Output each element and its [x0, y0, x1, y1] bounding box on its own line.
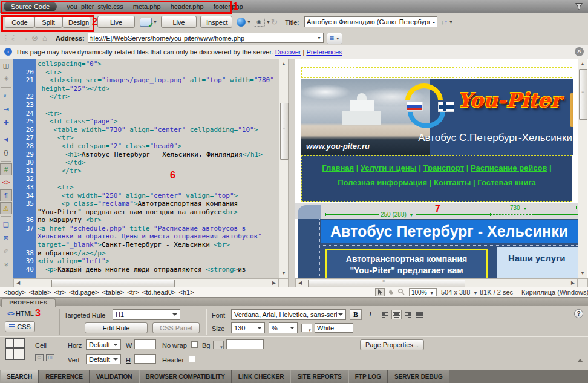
- code-line[interactable]: 37<a href="schedule.php" title="Расписан…: [13, 224, 279, 233]
- check-browser-compatibility-button[interactable]: ✓▼: [140, 16, 157, 27]
- balance-braces-icon[interactable]: {}: [0, 146, 12, 159]
- code-line[interactable]: 32: [13, 175, 279, 183]
- results-tab-reference[interactable]: REFERENCE: [39, 370, 90, 383]
- live-code-button[interactable]: Live Code: [97, 16, 135, 28]
- html-mode-button[interactable]: <> HTML: [7, 310, 34, 317]
- column-width-menu[interactable]: 250 (288) ▼: [379, 211, 416, 218]
- related-file-tab[interactable]: footer.php: [214, 3, 243, 10]
- collapse-selection-icon[interactable]: ⇥: [0, 103, 12, 116]
- code-line[interactable]: 20 <tr>: [13, 68, 279, 77]
- expand-all-icon[interactable]: ✚: [0, 116, 12, 129]
- results-tab-server-debug[interactable]: SERVER DEBUG: [388, 370, 449, 383]
- discover-link[interactable]: Discover: [275, 48, 301, 56]
- code-line[interactable]: 36по маршруту <br>: [13, 216, 279, 224]
- results-tab-site-reports[interactable]: SITE REPORTS: [290, 370, 348, 383]
- design-nav-link[interactable]: Расписание рейсов: [471, 163, 547, 172]
- collapse-full-tag-icon[interactable]: ⇤: [0, 90, 12, 102]
- align-justify-icon[interactable]: [414, 310, 425, 319]
- help-button[interactable]: ?: [574, 309, 583, 318]
- window-size-select[interactable]: 504 x 388 ▼: [441, 289, 477, 296]
- bg-color-input[interactable]: [226, 339, 264, 349]
- width-input[interactable]: [134, 339, 156, 349]
- horz-align-select[interactable]: Default: [86, 339, 121, 350]
- design-hscroll-thumb[interactable]: ≡: [308, 280, 465, 287]
- results-tab-browser-compatibility[interactable]: BROWSER COMPATIBILITY: [139, 370, 232, 383]
- no-wrap-checkbox[interactable]: [191, 341, 198, 348]
- design-vertical-scrollbar[interactable]: ▲ ≡ ▼: [578, 59, 587, 278]
- design-vscroll-thumb[interactable]: ≡: [579, 69, 587, 120]
- format-source-code-icon[interactable]: ✐: [0, 245, 12, 258]
- collapse-toolbar-chevron-icon[interactable]: »: [0, 259, 13, 271]
- code-line[interactable]: Хельсинки и обратно. Цены и места отправ…: [13, 232, 279, 241]
- tag-selector-item[interactable]: <tr>: [54, 289, 66, 296]
- tag-selector-item[interactable]: <td.page>: [69, 289, 99, 296]
- home-icon[interactable]: ⌂: [42, 33, 47, 42]
- design-view-button[interactable]: Design: [62, 16, 90, 28]
- design-nav-link[interactable]: Контакты: [434, 178, 471, 187]
- magnification-select[interactable]: 100% ▼: [409, 288, 437, 296]
- code-line[interactable]: 28 <td colspan="2" class="head0">: [13, 142, 279, 151]
- results-tab-search[interactable]: SEARCH: [0, 370, 39, 383]
- code-vscroll-thumb[interactable]: ≡: [280, 103, 289, 160]
- code-line[interactable]: 40 <p>Каждый день многие люди отправляют…: [13, 266, 279, 274]
- split-view-button[interactable]: Split: [34, 16, 62, 28]
- results-tab-validation[interactable]: VALIDATION: [90, 370, 139, 383]
- code-line[interactable]: "You-Piter" предлагает вам поездки на ав…: [13, 208, 279, 217]
- tag-selector-item[interactable]: <td.head0>: [142, 289, 176, 296]
- code-line[interactable]: 22 </tr>: [13, 93, 279, 101]
- font-select[interactable]: Verdana, Arial, Helvetica, sans-serif: [231, 309, 346, 320]
- design-horizontal-scrollbar[interactable]: ◀ ≡ ▶: [295, 278, 578, 287]
- filter-related-files-icon[interactable]: [575, 2, 583, 11]
- design-nav-link[interactable]: Полезная информация: [338, 178, 427, 187]
- refresh-design-view-button[interactable]: ↻: [271, 16, 278, 27]
- properties-tab[interactable]: PROPERTIES: [1, 298, 56, 307]
- code-hscroll-thumb[interactable]: [51, 280, 175, 287]
- tag-selector-item[interactable]: <h1>: [179, 289, 194, 296]
- code-line[interactable]: cellspacing="0">: [13, 60, 279, 68]
- tag-selector-item[interactable]: <body>: [4, 289, 26, 296]
- inspect-button[interactable]: Inspect: [200, 16, 232, 28]
- vert-align-select[interactable]: Default: [86, 354, 121, 364]
- design-header-banner[interactable]: You-Piter Автобус С.Петербург-Хельсинки …: [301, 79, 573, 155]
- text-color-swatch[interactable]: ▼: [301, 324, 312, 332]
- related-files-options-button[interactable]: ≣▼: [327, 33, 342, 44]
- design-nav-link[interactable]: Главная: [322, 163, 354, 172]
- code-line[interactable]: 26 <table width="730" align="center" cel…: [13, 126, 279, 134]
- tag-selector-item[interactable]: <tr>: [127, 289, 139, 296]
- related-file-tab[interactable]: meta.php: [133, 3, 161, 10]
- scroll-up-icon[interactable]: ▲: [578, 60, 587, 68]
- preview-in-browser-button[interactable]: ▼: [237, 16, 251, 27]
- scroll-up-icon[interactable]: ▲: [279, 60, 288, 68]
- select-tool-button[interactable]: [375, 288, 385, 296]
- highlight-invalid-code-icon[interactable]: <>: [0, 176, 12, 189]
- align-left-icon[interactable]: [380, 310, 390, 319]
- split-view-divider[interactable]: [289, 59, 295, 287]
- scroll-right-icon[interactable]: ▶: [569, 279, 577, 287]
- page-properties-button[interactable]: Page Properties...: [360, 339, 424, 350]
- title-input[interactable]: Автобус в Финляндию (Санкт Петербург - Х…: [304, 16, 437, 27]
- address-input[interactable]: file:///E|/WebServers/home/you-piter/www…: [88, 33, 324, 43]
- design-nav-link[interactable]: Транспорт: [423, 163, 465, 172]
- code-navigator-icon[interactable]: ✳: [0, 73, 12, 85]
- align-center-icon[interactable]: [391, 310, 402, 319]
- italic-button[interactable]: I: [364, 309, 376, 320]
- code-line[interactable]: height="25"></td>: [13, 85, 279, 93]
- design-table-top-row[interactable]: [301, 67, 572, 78]
- text-color-input[interactable]: White: [315, 323, 353, 333]
- code-line[interactable]: 39<div align="left">: [13, 257, 279, 266]
- split-cell-icon[interactable]: ◫: [46, 354, 54, 361]
- address-dropdown-icon[interactable]: ▼: [317, 36, 321, 40]
- design-nav-link[interactable]: Гостевая книга: [477, 178, 536, 187]
- back-icon[interactable]: ←: [10, 33, 18, 42]
- visual-aids-button[interactable]: ◉▼: [253, 16, 270, 27]
- syntax-error-alerts-icon[interactable]: ⚠: [0, 202, 12, 214]
- code-vertical-scrollbar[interactable]: ▲ ≡ ▼: [279, 59, 289, 278]
- scroll-left-icon[interactable]: ◀: [14, 279, 22, 287]
- file-management-button[interactable]: ↓↑▼: [441, 16, 453, 27]
- css-panel-button[interactable]: CSS Panel: [152, 322, 200, 333]
- header-checkbox[interactable]: [189, 356, 195, 362]
- design-nav-link[interactable]: Услуги и цены: [361, 163, 417, 172]
- results-tab-ftp-log[interactable]: FTP LOG: [348, 370, 388, 383]
- size-unit-select[interactable]: %: [269, 322, 298, 333]
- related-file-tab[interactable]: you_piter_style.css: [67, 3, 123, 10]
